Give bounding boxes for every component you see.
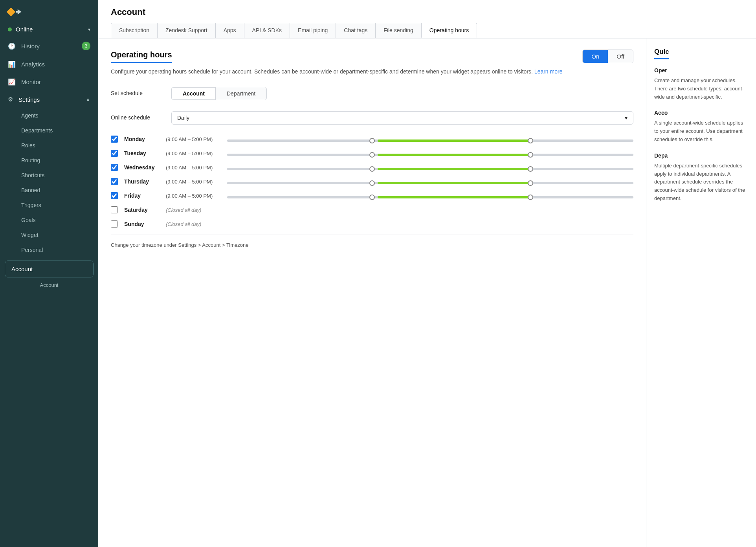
content-area: Operating hours On Off Configure your op… [98, 39, 756, 547]
tab-operating-hours[interactable]: Operating hours [421, 23, 477, 38]
tuesday-time: (9:00 AM – 5:00 PM) [166, 151, 221, 156]
quick-section-depa-text: Multiple department-specific schedules a… [654, 162, 748, 203]
sidebar-item-shortcuts[interactable]: Shortcuts [0, 168, 98, 183]
saturday-label: Saturday [124, 207, 160, 213]
tab-subscription[interactable]: Subscription [111, 23, 158, 38]
sidebar-item-banned[interactable]: Banned [0, 183, 98, 198]
sidebar-item-widget[interactable]: Widget [0, 228, 98, 242]
wednesday-slider[interactable] [227, 165, 633, 170]
monday-thumb-right[interactable] [528, 138, 533, 143]
chevron-down-icon: ▾ [625, 115, 628, 121]
tab-file-sending[interactable]: File sending [375, 23, 422, 38]
set-schedule-label: Set schedule [111, 87, 162, 96]
thursday-thumb-right[interactable] [528, 180, 533, 186]
wednesday-time: (9:00 AM – 5:00 PM) [166, 165, 221, 171]
settings-chevron-icon: ▲ [86, 97, 90, 102]
tuesday-checkbox[interactable] [111, 150, 118, 157]
friday-time: (9:00 AM – 5:00 PM) [166, 193, 221, 199]
thursday-checkbox[interactable] [111, 178, 118, 185]
sidebar-item-routing[interactable]: Routing [0, 153, 98, 168]
days-list: Monday (9:00 AM – 5:00 PM) Tuesday (9: [111, 136, 633, 228]
tuesday-thumb-left[interactable] [369, 152, 375, 158]
page-header: Account Subscription Zendesk Support App… [98, 0, 756, 39]
quick-section-oper-text: Create and manage your schedules. There … [654, 77, 748, 101]
thursday-thumb-left[interactable] [369, 180, 375, 186]
thursday-slider[interactable] [227, 179, 633, 184]
saturday-checkbox[interactable] [111, 206, 118, 213]
monday-slider[interactable] [227, 136, 633, 142]
set-schedule-row: Set schedule Account Department [111, 87, 633, 100]
monday-thumb-left[interactable] [369, 138, 375, 143]
sidebar-item-roles[interactable]: Roles [0, 138, 98, 153]
bottom-note-text: Change your timezone under Settings > Ac… [111, 242, 249, 248]
day-row-thursday: Thursday (9:00 AM – 5:00 PM) [111, 178, 633, 185]
status-selector[interactable]: Online ▾ [0, 22, 98, 37]
history-icon: 🕐 [8, 42, 16, 50]
online-schedule-row: Online schedule Daily ▾ [111, 111, 633, 125]
sidebar-item-goals[interactable]: Goals [0, 213, 98, 228]
daily-select[interactable]: Daily ▾ [171, 111, 633, 125]
sidebar-item-triggers[interactable]: Triggers [0, 198, 98, 213]
sidebar-item-history[interactable]: 🕐 History 3 [0, 37, 98, 55]
sidebar-item-analytics[interactable]: 📊 Analytics [0, 55, 98, 73]
sidebar-item-departments[interactable]: Departments [0, 123, 98, 138]
wednesday-checkbox[interactable] [111, 164, 118, 171]
monday-checkbox[interactable] [111, 136, 118, 143]
sidebar-item-monitor[interactable]: 📈 Monitor [0, 73, 98, 91]
monitor-icon: 📈 [8, 78, 16, 86]
analytics-icon: 📊 [8, 61, 16, 68]
day-row-wednesday: Wednesday (9:00 AM – 5:00 PM) [111, 164, 633, 171]
quick-section-account-title: Acco [654, 110, 748, 116]
tab-chat-tags[interactable]: Chat tags [336, 23, 376, 38]
tab-api-sdks[interactable]: API & SDKs [244, 23, 290, 38]
daily-select-value: Daily [177, 115, 189, 121]
wednesday-thumb-right[interactable] [528, 166, 533, 172]
friday-slider[interactable] [227, 193, 633, 198]
section-title: Operating hours [111, 50, 172, 63]
svg-marker-0 [16, 9, 21, 15]
day-row-tuesday: Tuesday (9:00 AM – 5:00 PM) [111, 150, 633, 157]
friday-label: Friday [124, 193, 160, 199]
wednesday-label: Wednesday [124, 164, 160, 171]
sunday-checkbox[interactable] [111, 220, 118, 228]
settings-label: Settings [18, 96, 40, 103]
account-nav-item[interactable]: Account [5, 261, 94, 277]
friday-checkbox[interactable] [111, 192, 118, 199]
toggle-on-button[interactable]: On [583, 50, 608, 63]
settings-header[interactable]: ⚙ Settings ▲ [0, 91, 98, 108]
tuesday-thumb-right[interactable] [528, 152, 533, 158]
section-description: Configure your operating hours schedule … [111, 67, 633, 76]
on-off-toggle: On Off [582, 50, 633, 63]
learn-more-link[interactable]: Learn more [534, 68, 563, 75]
sidebar-item-personal[interactable]: Personal [0, 242, 98, 257]
tab-apps[interactable]: Apps [215, 23, 244, 38]
chevron-down-icon: ▾ [88, 27, 90, 32]
quick-section-account: Acco A single account-wide schedule appl… [654, 110, 748, 143]
quick-section-account-text: A single account-wide schedule applies t… [654, 119, 748, 143]
set-schedule-toggle: Account Department [171, 87, 267, 100]
sched-btn-account[interactable]: Account [172, 87, 216, 100]
toggle-off-button[interactable]: Off [608, 50, 633, 63]
sched-btn-department[interactable]: Department [216, 87, 266, 100]
friday-thumb-left[interactable] [369, 195, 375, 200]
friday-thumb-right[interactable] [528, 195, 533, 200]
quick-section-oper: Oper Create and manage your schedules. T… [654, 67, 748, 101]
wednesday-fill [378, 168, 532, 170]
day-row-friday: Friday (9:00 AM – 5:00 PM) [111, 192, 633, 199]
tab-zendesk-support[interactable]: Zendesk Support [157, 23, 216, 38]
main-content: Account Subscription Zendesk Support App… [98, 0, 756, 547]
tuesday-slider[interactable] [227, 151, 633, 156]
page-title: Account [111, 7, 743, 17]
tab-email-piping[interactable]: Email piping [290, 23, 336, 38]
online-schedule-content: Daily ▾ [171, 111, 633, 125]
thursday-label: Thursday [124, 178, 160, 185]
day-row-sunday: Sunday (Closed all day) [111, 220, 633, 228]
tabs: Subscription Zendesk Support Apps API & … [111, 23, 743, 38]
status-left: Online [8, 26, 33, 33]
wednesday-thumb-left[interactable] [369, 166, 375, 172]
thursday-fill [378, 182, 532, 184]
main-panel: Operating hours On Off Configure your op… [98, 39, 646, 547]
monday-fill [378, 140, 532, 142]
sidebar-item-agents[interactable]: Agents [0, 108, 98, 123]
thursday-track [227, 182, 633, 184]
